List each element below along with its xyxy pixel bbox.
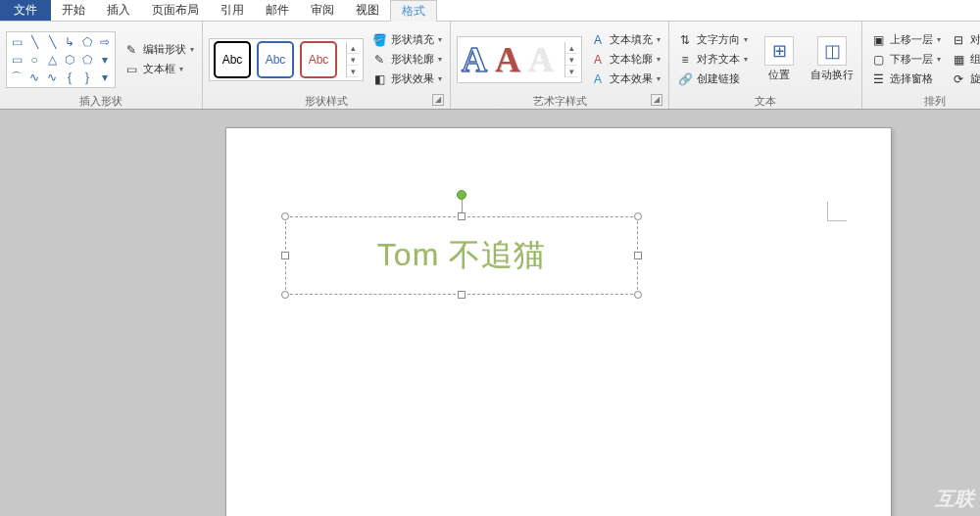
- shape-icon[interactable]: ╲: [26, 34, 42, 50]
- group-arrange: ▣ 上移一层 ▾ ▢ 下移一层 ▾ ☰ 选择窗格 ⊟ 对齐 ▾: [862, 22, 980, 109]
- shape-icon[interactable]: ∿: [44, 70, 60, 85]
- rotate-button[interactable]: ⟳ 旋转 ▾: [949, 70, 980, 88]
- page[interactable]: Tom 不追猫: [225, 127, 892, 516]
- position-label: 位置: [768, 68, 790, 82]
- text-outline-icon: A: [590, 52, 606, 68]
- edit-shape-button[interactable]: ✎ 编辑形状 ▾: [122, 41, 196, 59]
- tab-format[interactable]: 格式: [390, 0, 437, 22]
- text-box-button[interactable]: ▭ 文本框 ▾: [122, 61, 196, 78]
- group-label: 形状样式 ◢: [209, 94, 444, 109]
- shape-icon[interactable]: ▭: [9, 52, 24, 68]
- shape-style-gallery[interactable]: Abc Abc Abc ▴▾▾: [209, 38, 364, 81]
- shape-icon[interactable]: ⌒: [9, 70, 24, 85]
- dialog-launcher[interactable]: ◢: [432, 94, 444, 106]
- shape-icon[interactable]: ↳: [62, 34, 77, 50]
- group-insert-shapes: ▭ ╲ ╲ ↳ ⬠ ⇨ ▭ ○ △ ⬡ ⬠ ▾ ⌒ ∿ ∿ { } ▾: [0, 22, 203, 109]
- rotate-handle[interactable]: [457, 190, 466, 200]
- align-label: 对齐: [970, 32, 980, 47]
- shapes-gallery[interactable]: ▭ ╲ ╲ ↳ ⬠ ⇨ ▭ ○ △ ⬡ ⬠ ▾ ⌒ ∿ ∿ { } ▾: [6, 31, 116, 88]
- wordart-preset[interactable]: A: [495, 39, 520, 80]
- tab-layout[interactable]: 页面布局: [141, 0, 210, 21]
- wrap-icon: ◫: [817, 36, 847, 66]
- tab-home[interactable]: 开始: [51, 0, 96, 21]
- text-box-icon: ▭: [123, 62, 139, 77]
- text-effects-button[interactable]: A 文本效果 ▾: [588, 70, 662, 88]
- bring-forward-button[interactable]: ▣ 上移一层 ▾: [868, 31, 943, 49]
- shape-icon[interactable]: ⬡: [62, 52, 77, 68]
- tab-insert[interactable]: 插入: [96, 0, 141, 21]
- selection-pane-label: 选择窗格: [890, 71, 933, 86]
- tab-review[interactable]: 审阅: [300, 0, 345, 21]
- text-direction-button[interactable]: ⇅ 文字方向 ▾: [675, 31, 750, 49]
- watermark: 互联: [935, 486, 974, 512]
- shape-icon[interactable]: ⬠: [79, 34, 95, 50]
- tab-row: 文件 开始 插入 页面布局 引用 邮件 审阅 视图 格式: [0, 0, 980, 22]
- shape-icon[interactable]: {: [62, 70, 77, 85]
- tab-view[interactable]: 视图: [345, 0, 390, 21]
- text-outline-button[interactable]: A 文本轮廓 ▾: [588, 51, 662, 69]
- wrap-text-label: 自动换行: [810, 68, 854, 82]
- link-icon: 🔗: [677, 71, 693, 87]
- wordart-preset[interactable]: A: [462, 39, 487, 80]
- bring-forward-icon: ▣: [870, 32, 886, 48]
- shape-icon[interactable]: △: [44, 52, 60, 68]
- wordart-gallery[interactable]: A A A ▴▾▾: [457, 36, 582, 83]
- shape-icon[interactable]: ∿: [26, 70, 42, 85]
- ribbon: ▭ ╲ ╲ ↳ ⬠ ⇨ ▭ ○ △ ⬡ ⬠ ▾ ⌒ ∿ ∿ { } ▾: [0, 22, 980, 110]
- shape-icon[interactable]: }: [79, 70, 95, 85]
- selection-pane-button[interactable]: ☰ 选择窗格: [868, 70, 943, 88]
- shape-icon[interactable]: ⬠: [79, 52, 95, 68]
- shape-fill-button[interactable]: 🪣 形状填充 ▾: [369, 31, 444, 49]
- align-text-icon: ≡: [677, 52, 693, 68]
- selection-pane-icon: ☰: [870, 71, 886, 87]
- text-outline-label: 文本轮廓: [610, 52, 653, 67]
- style-preset[interactable]: Abc: [257, 41, 294, 78]
- style-preset[interactable]: Abc: [300, 41, 337, 78]
- shape-icon[interactable]: ▭: [9, 34, 24, 50]
- text-fill-button[interactable]: A 文本填充 ▾: [588, 31, 662, 49]
- dialog-launcher[interactable]: ◢: [651, 94, 662, 106]
- group-label: 插入形状: [6, 94, 196, 109]
- shape-icon[interactable]: ○: [26, 52, 42, 68]
- edit-shape-icon: ✎: [123, 42, 139, 58]
- text-fill-icon: A: [590, 32, 606, 48]
- group-button[interactable]: ▦ 组合 ▾: [949, 51, 980, 69]
- wrap-text-button[interactable]: ◫ 自动换行: [808, 36, 856, 82]
- effects-icon: ◧: [371, 71, 387, 87]
- file-tab[interactable]: 文件: [0, 0, 51, 21]
- send-backward-button[interactable]: ▢ 下移一层 ▾: [868, 51, 943, 69]
- document-area: Tom 不追猫: [0, 110, 980, 516]
- align-button[interactable]: ⊟ 对齐 ▾: [949, 31, 980, 49]
- align-text-button[interactable]: ≡ 对齐文本 ▾: [675, 51, 750, 69]
- text-effects-label: 文本效果: [610, 71, 653, 86]
- style-preset[interactable]: Abc: [214, 41, 251, 78]
- rotate-stem: [462, 200, 463, 213]
- shape-effects-button[interactable]: ◧ 形状效果 ▾: [369, 70, 444, 88]
- align-icon: ⊟: [951, 32, 966, 48]
- create-link-label: 创建链接: [697, 71, 740, 86]
- group-label: 排列: [868, 94, 980, 109]
- shape-icon[interactable]: ▾: [97, 70, 113, 85]
- position-button[interactable]: ⊞ 位置: [756, 36, 803, 82]
- gallery-scroll[interactable]: ▴▾▾: [346, 42, 359, 77]
- create-link-button[interactable]: 🔗 创建链接: [675, 70, 750, 88]
- shape-icon[interactable]: ▾: [97, 52, 113, 68]
- textbox-selected[interactable]: Tom 不追猫: [285, 216, 638, 295]
- tab-mail[interactable]: 邮件: [255, 0, 300, 21]
- text-fill-label: 文本填充: [610, 32, 653, 47]
- textbox-content[interactable]: Tom 不追猫: [286, 217, 637, 294]
- shape-outline-button[interactable]: ✎ 形状轮廓 ▾: [369, 51, 444, 69]
- group-label: 艺术字样式 ◢: [457, 94, 662, 109]
- group-btn-label: 组合: [970, 52, 980, 67]
- position-icon: ⊞: [764, 36, 794, 66]
- text-direction-label: 文字方向: [697, 32, 740, 47]
- send-backward-label: 下移一层: [890, 52, 933, 67]
- gallery-scroll[interactable]: ▴▾▾: [564, 42, 577, 77]
- shape-icon[interactable]: ╲: [44, 34, 60, 50]
- tab-references[interactable]: 引用: [210, 0, 255, 21]
- edit-shape-label: 编辑形状: [143, 42, 186, 57]
- shape-icon[interactable]: ⇨: [97, 34, 113, 50]
- group-text: ⇅ 文字方向 ▾ ≡ 对齐文本 ▾ 🔗 创建链接 ⊞ 位置 ◫: [669, 22, 862, 109]
- group-label: 文本: [675, 94, 856, 109]
- wordart-preset[interactable]: A: [528, 39, 554, 80]
